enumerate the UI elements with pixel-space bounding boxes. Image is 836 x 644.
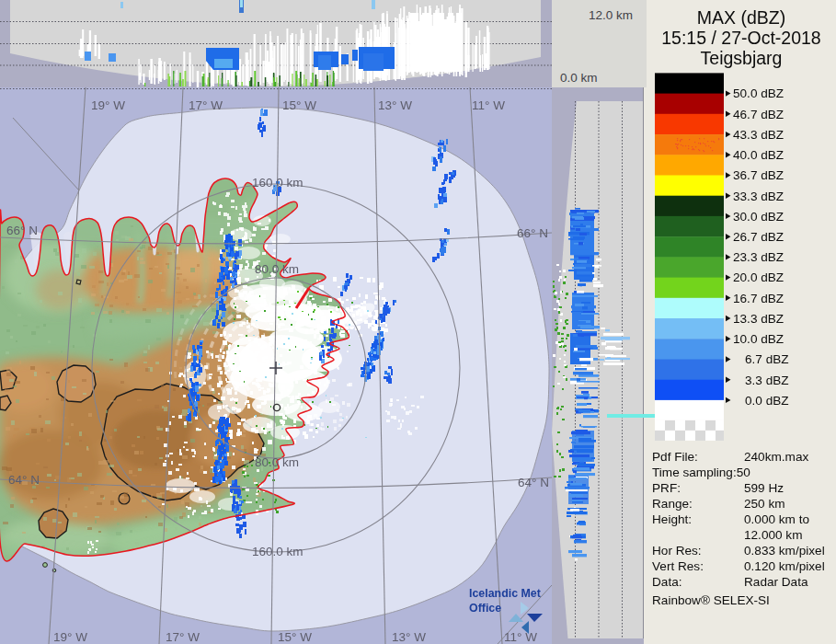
svg-text:23.3 dBZ: 23.3 dBZ	[733, 250, 784, 264]
svg-text:12.0 km: 12.0 km	[589, 8, 633, 22]
svg-text:PRF:: PRF:	[652, 481, 681, 495]
svg-text:13.3 dBZ: 13.3 dBZ	[733, 312, 784, 326]
svg-text:Hor Res:: Hor Res:	[652, 544, 702, 558]
svg-text:11° W: 11° W	[504, 630, 537, 644]
svg-text:17° W: 17° W	[166, 630, 200, 644]
svg-text:64° N: 64° N	[518, 476, 549, 489]
svg-text:19° W: 19° W	[91, 98, 125, 112]
svg-text:250 km: 250 km	[744, 497, 785, 511]
svg-text:11° W: 11° W	[472, 98, 505, 112]
svg-text:50.0 dBZ: 50.0 dBZ	[733, 86, 784, 100]
svg-text:80.0 km: 80.0 km	[255, 262, 299, 276]
svg-text:6.7 dBZ: 6.7 dBZ	[745, 352, 789, 366]
svg-text:10.0 dBZ: 10.0 dBZ	[733, 332, 784, 346]
svg-text:0.0 km: 0.0 km	[560, 71, 598, 85]
svg-text:0.000 km to: 0.000 km to	[744, 512, 809, 526]
svg-text:80.0 km: 80.0 km	[255, 455, 299, 469]
svg-text:43.3 dBZ: 43.3 dBZ	[733, 128, 784, 142]
svg-text:20.0 dBZ: 20.0 dBZ	[733, 270, 784, 284]
svg-text:19° W: 19° W	[53, 630, 87, 644]
svg-text:64° N: 64° N	[8, 473, 40, 487]
svg-text:Icelandic Met: Icelandic Met	[469, 587, 541, 600]
svg-text:Range:: Range:	[652, 497, 693, 511]
svg-text:15° W: 15° W	[282, 98, 316, 112]
svg-text:40.0 dBZ: 40.0 dBZ	[733, 148, 784, 162]
svg-text:Office: Office	[469, 602, 501, 615]
svg-text:16.7 dBZ: 16.7 dBZ	[733, 292, 784, 305]
svg-text:66° N: 66° N	[6, 224, 38, 237]
svg-text:240km.max: 240km.max	[744, 450, 808, 464]
svg-text:Data:: Data:	[652, 575, 682, 589]
svg-text:36.7 dBZ: 36.7 dBZ	[733, 168, 784, 182]
svg-text:13° W: 13° W	[392, 630, 426, 644]
svg-text:Vert Res:: Vert Res:	[652, 559, 704, 573]
svg-text:12.000 km: 12.000 km	[744, 528, 802, 542]
svg-text:46.7 dBZ: 46.7 dBZ	[733, 108, 784, 121]
svg-text:Radar Data: Radar Data	[744, 575, 808, 589]
svg-text:MAX (dBZ): MAX (dBZ)	[697, 7, 785, 28]
svg-text:0.833 km/pixel: 0.833 km/pixel	[744, 544, 825, 558]
svg-text:17° W: 17° W	[189, 98, 223, 112]
svg-text:160.0 km: 160.0 km	[252, 176, 303, 190]
svg-text:Rainbow® SELEX-SI: Rainbow® SELEX-SI	[652, 593, 770, 607]
svg-text:66° N: 66° N	[517, 226, 548, 240]
svg-text:0.0 dBZ: 0.0 dBZ	[745, 394, 789, 408]
svg-text:160.0 km: 160.0 km	[252, 545, 303, 558]
svg-text:26.7 dBZ: 26.7 dBZ	[733, 230, 784, 244]
svg-text:Teigsbjarg: Teigsbjarg	[701, 48, 783, 68]
svg-text:0.120 km/pixel: 0.120 km/pixel	[744, 559, 825, 573]
svg-text:Time sampling:50: Time sampling:50	[652, 466, 750, 479]
svg-text:Height:: Height:	[652, 512, 692, 526]
svg-text:33.3 dBZ: 33.3 dBZ	[733, 190, 784, 203]
svg-text:599 Hz: 599 Hz	[744, 481, 784, 495]
svg-text:3.3 dBZ: 3.3 dBZ	[745, 374, 789, 387]
svg-text:13° W: 13° W	[378, 98, 412, 112]
svg-text:15:15 / 27-Oct-2018: 15:15 / 27-Oct-2018	[661, 28, 820, 48]
svg-text:30.0 dBZ: 30.0 dBZ	[733, 210, 784, 224]
svg-text:15° W: 15° W	[278, 630, 312, 644]
svg-text:Pdf File:: Pdf File:	[652, 450, 698, 464]
